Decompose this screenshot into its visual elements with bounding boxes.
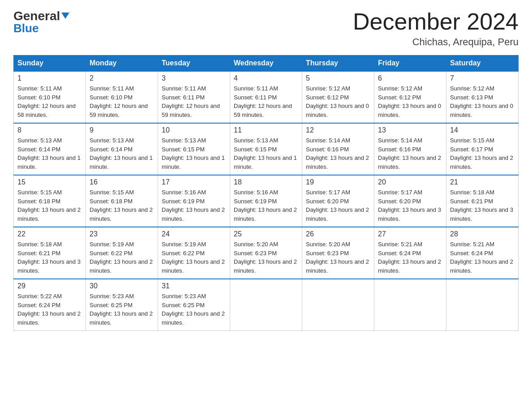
day-number: 21 — [450, 178, 515, 186]
calendar-week-row: 1 Sunrise: 5:11 AMSunset: 6:10 PMDayligh… — [14, 71, 519, 123]
calendar-week-row: 15 Sunrise: 5:15 AMSunset: 6:18 PMDaylig… — [14, 175, 519, 227]
table-row: 26 Sunrise: 5:20 AMSunset: 6:23 PMDaylig… — [302, 227, 374, 279]
day-number: 8 — [17, 126, 82, 134]
table-row: 7 Sunrise: 5:12 AMSunset: 6:13 PMDayligh… — [446, 71, 519, 123]
day-number: 19 — [306, 178, 370, 186]
table-row: 27 Sunrise: 5:21 AMSunset: 6:24 PMDaylig… — [374, 227, 446, 279]
day-number: 30 — [90, 282, 154, 290]
day-number: 16 — [90, 178, 154, 186]
day-number: 17 — [162, 178, 226, 186]
day-info: Sunrise: 5:15 AMSunset: 6:18 PMDaylight:… — [17, 188, 82, 223]
day-info: Sunrise: 5:11 AMSunset: 6:10 PMDaylight:… — [17, 84, 82, 119]
day-info: Sunrise: 5:14 AMSunset: 6:16 PMDaylight:… — [306, 136, 370, 171]
day-number: 6 — [378, 74, 442, 82]
title-section: December 2024 Chichas, Arequipa, Peru — [353, 9, 519, 48]
table-row: 11 Sunrise: 5:13 AMSunset: 6:15 PMDaylig… — [230, 123, 302, 175]
day-info: Sunrise: 5:17 AMSunset: 6:20 PMDaylight:… — [378, 188, 442, 223]
day-info: Sunrise: 5:11 AMSunset: 6:10 PMDaylight:… — [90, 84, 154, 119]
day-info: Sunrise: 5:16 AMSunset: 6:19 PMDaylight:… — [234, 188, 298, 223]
table-row: 3 Sunrise: 5:11 AMSunset: 6:11 PMDayligh… — [158, 71, 230, 123]
day-info: Sunrise: 5:11 AMSunset: 6:11 PMDaylight:… — [234, 84, 298, 119]
table-row — [446, 279, 519, 331]
logo-arrow-icon — [61, 13, 69, 19]
day-number: 20 — [378, 178, 442, 186]
table-row: 2 Sunrise: 5:11 AMSunset: 6:10 PMDayligh… — [86, 71, 158, 123]
day-number: 24 — [162, 230, 226, 238]
table-row: 13 Sunrise: 5:14 AMSunset: 6:16 PMDaylig… — [374, 123, 446, 175]
day-number: 28 — [450, 230, 515, 238]
table-row: 20 Sunrise: 5:17 AMSunset: 6:20 PMDaylig… — [374, 175, 446, 227]
day-info: Sunrise: 5:18 AMSunset: 6:21 PMDaylight:… — [450, 188, 515, 223]
table-row — [230, 279, 302, 331]
calendar-table: Sunday Monday Tuesday Wednesday Thursday… — [13, 55, 519, 331]
day-info: Sunrise: 5:12 AMSunset: 6:13 PMDaylight:… — [450, 84, 515, 119]
day-number: 23 — [90, 230, 154, 238]
table-row: 15 Sunrise: 5:15 AMSunset: 6:18 PMDaylig… — [14, 175, 86, 227]
table-row: 19 Sunrise: 5:17 AMSunset: 6:20 PMDaylig… — [302, 175, 374, 227]
day-info: Sunrise: 5:23 AMSunset: 6:25 PMDaylight:… — [162, 292, 226, 327]
day-info: Sunrise: 5:19 AMSunset: 6:22 PMDaylight:… — [162, 240, 226, 275]
day-info: Sunrise: 5:20 AMSunset: 6:23 PMDaylight:… — [306, 240, 370, 275]
day-info: Sunrise: 5:22 AMSunset: 6:24 PMDaylight:… — [17, 292, 82, 327]
header-monday: Monday — [86, 56, 158, 72]
day-info: Sunrise: 5:13 AMSunset: 6:15 PMDaylight:… — [234, 136, 298, 171]
table-row — [374, 279, 446, 331]
day-number: 26 — [306, 230, 370, 238]
header-wednesday: Wednesday — [230, 56, 302, 72]
day-number: 27 — [378, 230, 442, 238]
day-number: 5 — [306, 74, 370, 82]
table-row: 12 Sunrise: 5:14 AMSunset: 6:16 PMDaylig… — [302, 123, 374, 175]
day-number: 22 — [17, 230, 82, 238]
table-row: 1 Sunrise: 5:11 AMSunset: 6:10 PMDayligh… — [14, 71, 86, 123]
header-sunday: Sunday — [14, 56, 86, 72]
table-row — [302, 279, 374, 331]
table-row: 21 Sunrise: 5:18 AMSunset: 6:21 PMDaylig… — [446, 175, 519, 227]
table-row: 31 Sunrise: 5:23 AMSunset: 6:25 PMDaylig… — [158, 279, 230, 331]
day-info: Sunrise: 5:16 AMSunset: 6:19 PMDaylight:… — [162, 188, 226, 223]
logo: General Blue — [13, 9, 69, 35]
table-row: 24 Sunrise: 5:19 AMSunset: 6:22 PMDaylig… — [158, 227, 230, 279]
table-row: 23 Sunrise: 5:19 AMSunset: 6:22 PMDaylig… — [86, 227, 158, 279]
day-number: 4 — [234, 74, 298, 82]
table-row: 17 Sunrise: 5:16 AMSunset: 6:19 PMDaylig… — [158, 175, 230, 227]
calendar-week-row: 22 Sunrise: 5:18 AMSunset: 6:21 PMDaylig… — [14, 227, 519, 279]
day-info: Sunrise: 5:21 AMSunset: 6:24 PMDaylight:… — [378, 240, 442, 275]
day-number: 15 — [17, 178, 82, 186]
day-number: 18 — [234, 178, 298, 186]
month-title: December 2024 — [353, 9, 519, 34]
location-subtitle: Chichas, Arequipa, Peru — [353, 36, 519, 48]
day-number: 1 — [17, 74, 82, 82]
day-info: Sunrise: 5:21 AMSunset: 6:24 PMDaylight:… — [450, 240, 515, 275]
day-number: 3 — [162, 74, 226, 82]
table-row: 18 Sunrise: 5:16 AMSunset: 6:19 PMDaylig… — [230, 175, 302, 227]
logo-blue-text: Blue — [13, 21, 39, 35]
day-number: 14 — [450, 126, 515, 134]
header-saturday: Saturday — [446, 56, 519, 72]
calendar-header-row: Sunday Monday Tuesday Wednesday Thursday… — [14, 56, 519, 72]
table-row: 25 Sunrise: 5:20 AMSunset: 6:23 PMDaylig… — [230, 227, 302, 279]
day-info: Sunrise: 5:11 AMSunset: 6:11 PMDaylight:… — [162, 84, 226, 119]
day-number: 25 — [234, 230, 298, 238]
table-row: 29 Sunrise: 5:22 AMSunset: 6:24 PMDaylig… — [14, 279, 86, 331]
day-number: 12 — [306, 126, 370, 134]
table-row: 16 Sunrise: 5:15 AMSunset: 6:18 PMDaylig… — [86, 175, 158, 227]
day-number: 13 — [378, 126, 442, 134]
day-number: 11 — [234, 126, 298, 134]
day-info: Sunrise: 5:12 AMSunset: 6:12 PMDaylight:… — [378, 84, 442, 119]
day-number: 7 — [450, 74, 515, 82]
day-info: Sunrise: 5:15 AMSunset: 6:17 PMDaylight:… — [450, 136, 515, 171]
calendar-week-row: 8 Sunrise: 5:13 AMSunset: 6:14 PMDayligh… — [14, 123, 519, 175]
day-number: 31 — [162, 282, 226, 290]
day-info: Sunrise: 5:23 AMSunset: 6:25 PMDaylight:… — [90, 292, 154, 327]
day-number: 2 — [90, 74, 154, 82]
table-row: 8 Sunrise: 5:13 AMSunset: 6:14 PMDayligh… — [14, 123, 86, 175]
day-info: Sunrise: 5:19 AMSunset: 6:22 PMDaylight:… — [90, 240, 154, 275]
header-friday: Friday — [374, 56, 446, 72]
day-number: 29 — [17, 282, 82, 290]
day-info: Sunrise: 5:15 AMSunset: 6:18 PMDaylight:… — [90, 188, 154, 223]
day-info: Sunrise: 5:17 AMSunset: 6:20 PMDaylight:… — [306, 188, 370, 223]
day-info: Sunrise: 5:18 AMSunset: 6:21 PMDaylight:… — [17, 240, 82, 275]
day-info: Sunrise: 5:13 AMSunset: 6:15 PMDaylight:… — [162, 136, 226, 171]
day-info: Sunrise: 5:20 AMSunset: 6:23 PMDaylight:… — [234, 240, 298, 275]
table-row: 28 Sunrise: 5:21 AMSunset: 6:24 PMDaylig… — [446, 227, 519, 279]
